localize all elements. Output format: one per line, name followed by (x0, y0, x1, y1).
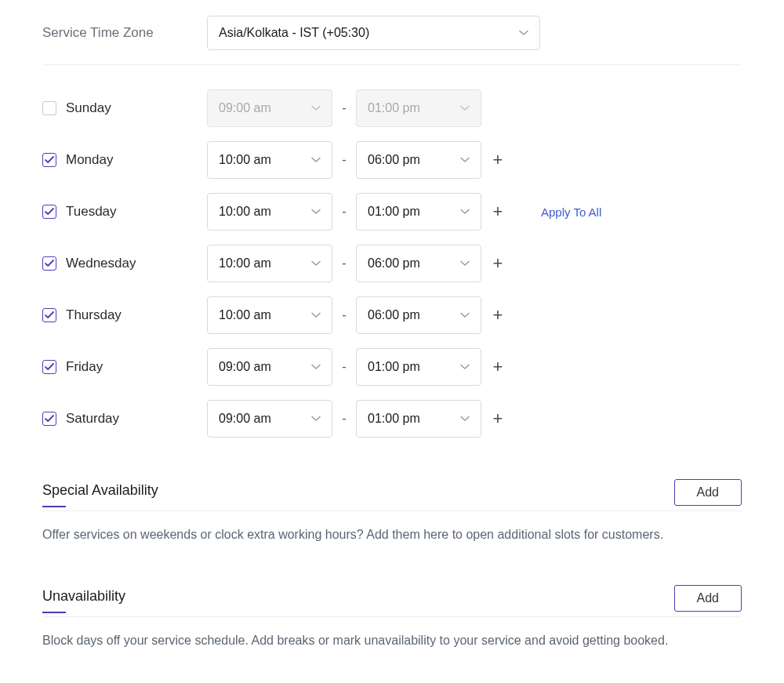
timezone-row: Service Time Zone Asia/Kolkata - IST (+0… (42, 16, 742, 65)
section-header: Special Availability Add (42, 482, 742, 511)
schedule-days: Sunday09:00 am-01:00 pm+Monday10:00 am-0… (42, 89, 742, 438)
day-label: Wednesday (66, 256, 136, 271)
start-time-select-wednesday[interactable]: 10:00 am (207, 245, 332, 282)
chevron-down-icon (460, 155, 470, 165)
chevron-down-icon (519, 28, 528, 38)
start-time-value: 09:00 am (219, 412, 271, 426)
add-slot-button-wednesday[interactable]: + (486, 253, 510, 274)
add-slot-button-friday[interactable]: + (486, 357, 510, 377)
end-time-select-monday[interactable]: 06:00 pm (356, 141, 481, 179)
day-row-monday: Monday10:00 am-06:00 pm+ (42, 140, 742, 180)
start-time-value: 10:00 am (219, 308, 271, 322)
day-toggle: Wednesday (42, 256, 207, 271)
time-separator: - (332, 360, 356, 374)
start-time-select-friday[interactable]: 09:00 am (207, 348, 332, 386)
chevron-down-icon (311, 259, 321, 268)
section-header: Unavailability Add (42, 588, 742, 617)
time-separator: - (332, 412, 356, 426)
add-slot-button-tuesday[interactable]: + (486, 202, 510, 222)
end-time-select-wednesday[interactable]: 06:00 pm (356, 245, 481, 282)
start-time-value: 10:00 am (219, 256, 271, 271)
timezone-select[interactable]: Asia/Kolkata - IST (+05:30) (207, 16, 540, 50)
day-label: Sunday (66, 100, 111, 116)
chevron-down-icon (460, 362, 470, 372)
end-time-value: 01:00 pm (368, 101, 420, 115)
start-time-select-monday[interactable]: 10:00 am (207, 141, 332, 179)
day-toggle: Tuesday (42, 204, 207, 220)
chevron-down-icon (311, 414, 321, 423)
timezone-label: Service Time Zone (42, 25, 207, 41)
day-toggle: Thursday (42, 307, 207, 323)
add-special-availability-button[interactable]: Add (674, 479, 742, 506)
day-checkbox-friday[interactable] (42, 360, 56, 374)
end-time-value: 01:00 pm (368, 412, 420, 426)
timezone-value: Asia/Kolkata - IST (+05:30) (219, 26, 369, 40)
special-availability-title: Special Availability (42, 482, 158, 507)
time-separator: - (332, 101, 356, 115)
start-time-value: 10:00 am (219, 153, 271, 167)
day-checkbox-thursday[interactable] (42, 308, 56, 322)
end-time-select-saturday[interactable]: 01:00 pm (356, 400, 481, 438)
day-toggle: Friday (42, 359, 207, 375)
add-slot-button-thursday[interactable]: + (486, 305, 510, 325)
day-checkbox-wednesday[interactable] (42, 256, 56, 271)
start-time-value: 10:00 am (219, 205, 271, 219)
start-time-select-tuesday[interactable]: 10:00 am (207, 193, 332, 231)
chevron-down-icon (460, 414, 470, 423)
chevron-down-icon (460, 259, 470, 268)
end-time-value: 06:00 pm (368, 153, 420, 167)
chevron-down-icon (460, 207, 470, 216)
add-unavailability-button[interactable]: Add (674, 585, 742, 612)
day-row-wednesday: Wednesday10:00 am-06:00 pm+ (42, 244, 742, 283)
chevron-down-icon (311, 311, 321, 320)
day-checkbox-sunday[interactable] (42, 101, 56, 115)
end-time-select-thursday[interactable]: 06:00 pm (356, 296, 481, 334)
time-separator: - (332, 205, 356, 219)
day-label: Monday (66, 152, 113, 168)
chevron-down-icon (311, 362, 321, 372)
chevron-down-icon (311, 104, 321, 113)
end-time-value: 01:00 pm (368, 205, 420, 219)
day-row-friday: Friday09:00 am-01:00 pm+ (42, 347, 742, 387)
chevron-down-icon (460, 104, 470, 113)
day-row-thursday: Thursday10:00 am-06:00 pm+ (42, 296, 742, 335)
unavailability-title: Unavailability (42, 588, 125, 612)
start-time-select-thursday[interactable]: 10:00 am (207, 296, 332, 334)
day-row-saturday: Saturday09:00 am-01:00 pm+ (42, 399, 742, 438)
end-time-value: 06:00 pm (368, 308, 420, 322)
day-label: Friday (66, 359, 103, 375)
unavailability-description: Block days off your service schedule. Ad… (42, 631, 742, 650)
end-time-select-sunday: 01:00 pm (356, 89, 481, 127)
day-toggle: Saturday (42, 411, 207, 427)
end-time-value: 01:00 pm (368, 360, 420, 374)
day-checkbox-monday[interactable] (42, 153, 56, 167)
start-time-value: 09:00 am (219, 360, 271, 374)
day-row-sunday: Sunday09:00 am-01:00 pm+ (42, 89, 742, 128)
chevron-down-icon (460, 311, 470, 320)
time-separator: - (332, 308, 356, 322)
day-row-tuesday: Tuesday10:00 am-01:00 pm+Apply To All (42, 192, 742, 231)
chevron-down-icon (311, 207, 321, 216)
special-availability-section: Special Availability Add Offer services … (42, 482, 742, 544)
day-label: Thursday (66, 307, 122, 323)
time-separator: - (332, 256, 356, 271)
start-time-select-saturday[interactable]: 09:00 am (207, 400, 332, 438)
day-label: Tuesday (66, 204, 117, 220)
end-time-select-friday[interactable]: 01:00 pm (356, 348, 481, 386)
end-time-value: 06:00 pm (368, 256, 420, 271)
add-slot-button-saturday[interactable]: + (486, 409, 510, 429)
apply-to-all-link[interactable]: Apply To All (541, 205, 601, 219)
start-time-select-sunday: 09:00 am (207, 89, 332, 127)
day-checkbox-tuesday[interactable] (42, 205, 56, 219)
add-slot-button-monday[interactable]: + (486, 150, 510, 170)
day-label: Saturday (66, 411, 119, 427)
end-time-select-tuesday[interactable]: 01:00 pm (356, 193, 481, 231)
unavailability-section: Unavailability Add Block days off your s… (42, 588, 742, 650)
chevron-down-icon (311, 155, 321, 165)
day-toggle: Sunday (42, 100, 207, 116)
special-availability-description: Offer services on weekends or clock extr… (42, 525, 742, 544)
start-time-value: 09:00 am (219, 101, 271, 115)
time-separator: - (332, 153, 356, 167)
day-toggle: Monday (42, 152, 207, 168)
day-checkbox-saturday[interactable] (42, 412, 56, 426)
